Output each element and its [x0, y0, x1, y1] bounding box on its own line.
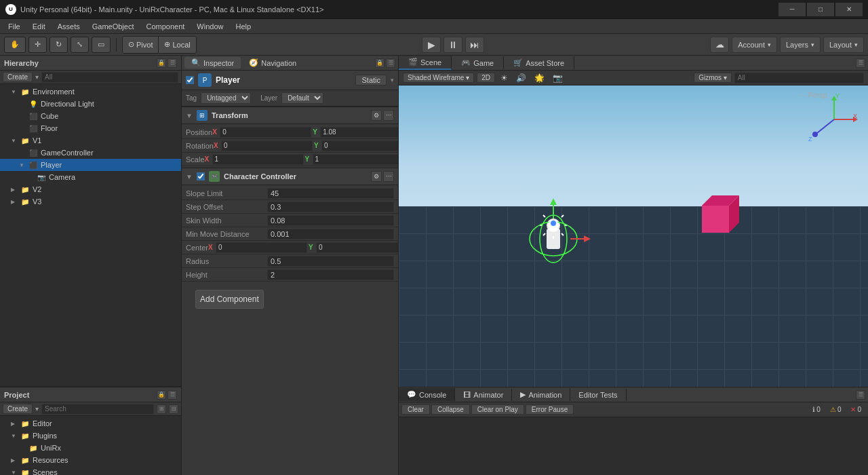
slope-limit-input[interactable] — [267, 188, 394, 199]
clear-on-play-button[interactable]: Clear on Play — [471, 404, 524, 415]
char-controller-checkbox[interactable] — [197, 172, 205, 180]
close-button[interactable]: ✕ — [835, 3, 863, 16]
hierarchy-item-v1[interactable]: ▼ 📁 V1 — [0, 134, 181, 147]
char-controller-menu-button[interactable]: ⋯ — [383, 171, 394, 182]
console-panel-menu[interactable]: ☰ — [856, 390, 865, 400]
animator-tab[interactable]: 🎞 Animator — [455, 389, 512, 401]
hierarchy-item-environment[interactable]: ▼ 📁 Environment — [0, 86, 181, 98]
project-item-editor[interactable]: ▶ 📁 Editor — [0, 417, 181, 430]
hierarchy-item-floor[interactable]: ⬛ Floor — [0, 122, 181, 134]
hierarchy-search-input[interactable] — [41, 72, 178, 83]
hierarchy-item-player[interactable]: ▼ ⬛ Player — [0, 159, 181, 171]
asset-store-tab[interactable]: 🛒 Asset Store — [504, 56, 574, 69]
gizmos-button[interactable]: Gizmos ▾ — [694, 73, 732, 83]
project-item-resources[interactable]: ▶ 📁 Resources — [0, 454, 181, 466]
transform-menu-button[interactable]: ⋯ — [383, 110, 394, 121]
center-x-input[interactable] — [216, 242, 307, 253]
pos-x-input[interactable] — [220, 127, 311, 138]
pos-y-input[interactable] — [320, 127, 398, 138]
hierarchy-create-button[interactable]: Create — [3, 72, 33, 82]
add-component-button[interactable]: Add Component — [195, 290, 264, 309]
inspector-tab[interactable]: 🔍 Inspector — [184, 57, 241, 69]
transform-header[interactable]: ▼ ⊞ Transform ⚙ ⋯ — [182, 107, 398, 124]
menu-assets[interactable]: Assets — [52, 21, 85, 32]
hand-tool-button[interactable]: ✋ — [4, 37, 26, 53]
inspector-lock-button[interactable]: 🔒 — [375, 58, 384, 68]
editor-tests-tab[interactable]: Editor Tests — [570, 389, 626, 401]
minimize-button[interactable]: ─ — [778, 3, 806, 16]
hierarchy-item-gamecontroller[interactable]: ⬛ GameController — [0, 147, 181, 159]
game-tab[interactable]: 🎮 Game — [452, 56, 504, 69]
local-button[interactable]: ⊕ Local — [159, 37, 195, 53]
object-enabled-checkbox[interactable] — [186, 76, 194, 84]
collapse-button[interactable]: Collapse — [431, 404, 470, 415]
scene-viewport[interactable]: ← Persp Y X Z — [399, 86, 868, 387]
inspector-menu-button[interactable]: ☰ — [386, 58, 395, 68]
scale-y-input[interactable] — [313, 154, 398, 165]
rot-x-input[interactable] — [221, 140, 313, 151]
height-input[interactable] — [267, 269, 394, 280]
menu-component[interactable]: Component — [140, 21, 190, 32]
audio-button[interactable]: 🔊 — [513, 73, 529, 83]
animation-tab[interactable]: ▶ Animation — [512, 388, 570, 401]
menu-file[interactable]: File — [3, 21, 26, 32]
camera-button[interactable]: 📷 — [550, 73, 566, 83]
play-button[interactable]: ▶ — [422, 37, 441, 53]
console-tab[interactable]: 💬 Console — [399, 388, 455, 401]
radius-input[interactable] — [267, 256, 394, 267]
maximize-button[interactable]: □ — [807, 3, 834, 16]
char-controller-settings-button[interactable]: ⚙ — [371, 171, 382, 182]
skin-width-input[interactable] — [267, 215, 394, 226]
static-dropdown[interactable]: ▾ — [391, 77, 394, 83]
min-move-input[interactable] — [267, 229, 394, 240]
tag-select[interactable]: Untagged — [201, 92, 251, 104]
menu-edit[interactable]: Edit — [27, 21, 51, 32]
hierarchy-item-camera[interactable]: 📷 Camera — [0, 171, 181, 183]
scene-tab[interactable]: 🎬 Scene — [399, 56, 452, 70]
create-dropdown-arrow[interactable]: ▾ — [35, 73, 39, 81]
2d-button[interactable]: 2D — [477, 73, 495, 83]
rect-tool-button[interactable]: ▭ — [92, 37, 111, 53]
project-filter-button[interactable]: ⊞ — [157, 404, 166, 414]
scale-x-input[interactable] — [212, 154, 304, 165]
project-item-scenes[interactable]: ▼ 📁 Scenes — [0, 466, 181, 475]
scene-search-input[interactable] — [734, 73, 864, 83]
step-button[interactable]: ⏭ — [465, 37, 484, 53]
move-tool-button[interactable]: ✛ — [28, 37, 47, 53]
pivot-button[interactable]: ⊙ Pivot — [123, 37, 159, 53]
rot-y-input[interactable] — [321, 140, 398, 151]
project-item-plugins[interactable]: ▼ 📁 Plugins — [0, 430, 181, 442]
hierarchy-menu-button[interactable]: ☰ — [167, 58, 177, 68]
effects-button[interactable]: 🌟 — [532, 73, 547, 83]
error-pause-button[interactable]: Error Pause — [526, 404, 574, 415]
rotate-tool-button[interactable]: ↻ — [50, 37, 68, 53]
cloud-button[interactable]: ☁ — [710, 37, 729, 53]
shaded-wireframe-button[interactable]: Shaded Wireframe ▾ — [403, 73, 474, 83]
project-menu-button[interactable]: ☰ — [167, 390, 177, 400]
project-column-button[interactable]: ⊟ — [169, 404, 178, 414]
project-item-unirx[interactable]: 📁 UniRx — [0, 442, 181, 454]
clear-button[interactable]: Clear — [401, 404, 430, 415]
hierarchy-item-v3[interactable]: ▶ 📁 V3 — [0, 195, 181, 208]
static-button[interactable]: Static — [355, 75, 387, 86]
project-create-arrow[interactable]: ▾ — [35, 405, 39, 413]
layers-button[interactable]: Layers — [780, 37, 821, 53]
menu-window[interactable]: Window — [191, 21, 229, 32]
hierarchy-lock-button[interactable]: 🔒 — [157, 58, 166, 68]
project-create-button[interactable]: Create — [3, 404, 33, 414]
char-controller-header[interactable]: ▼ 🎮 Character Controller ⚙ ⋯ — [182, 168, 398, 185]
menu-help[interactable]: Help — [230, 21, 256, 32]
hierarchy-item-dirlight[interactable]: 💡 Directional Light — [0, 98, 181, 110]
scene-panel-menu[interactable]: ☰ — [856, 58, 865, 68]
project-lock-button[interactable]: 🔒 — [157, 390, 166, 400]
center-y-input[interactable] — [316, 242, 398, 253]
hierarchy-item-v2[interactable]: ▶ 📁 V2 — [0, 183, 181, 195]
scale-tool-button[interactable]: ⤡ — [71, 37, 89, 53]
account-button[interactable]: Account — [732, 37, 777, 53]
navigation-tab[interactable]: 🧭 Navigation — [242, 57, 303, 69]
transform-settings-button[interactable]: ⚙ — [371, 110, 382, 121]
menu-gameobject[interactable]: GameObject — [87, 21, 140, 32]
pause-button[interactable]: ⏸ — [443, 37, 462, 53]
hierarchy-item-cube[interactable]: ⬛ Cube — [0, 110, 181, 122]
step-offset-input[interactable] — [267, 202, 394, 212]
